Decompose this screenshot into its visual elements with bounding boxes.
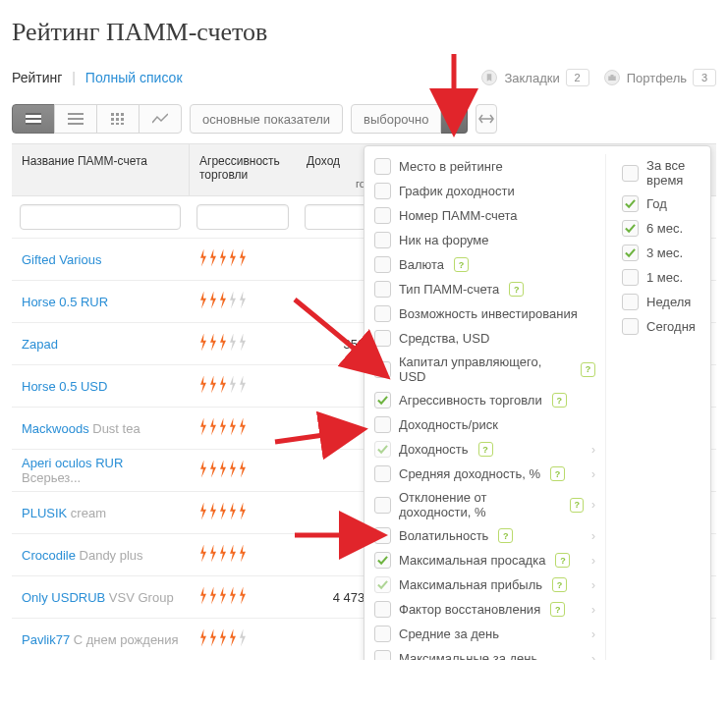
- view-list-button[interactable]: [54, 104, 97, 134]
- dropdown-item[interactable]: Доходность/риск: [364, 412, 605, 437]
- help-icon[interactable]: ?: [570, 498, 584, 513]
- account-link[interactable]: PLUSIK cream: [22, 506, 106, 520]
- help-icon[interactable]: ?: [552, 577, 567, 592]
- tab-full-list[interactable]: Полный список: [85, 70, 183, 85]
- bookmark-icon: [480, 69, 498, 86]
- tab-rating[interactable]: Рейтинг: [12, 70, 62, 85]
- dropdown-period-item[interactable]: 6 мес.: [612, 216, 710, 241]
- dropdown-item[interactable]: Доходность?›: [364, 437, 605, 462]
- dropdown-period-item[interactable]: Неделя: [612, 290, 710, 314]
- dropdown-item-label: Сегодня: [646, 319, 696, 334]
- dropdown-item[interactable]: График доходности: [364, 179, 605, 203]
- dropdown-period-item[interactable]: Год: [612, 191, 710, 216]
- checkbox[interactable]: [374, 232, 391, 248]
- dropdown-item-label: Агрессивность торговли: [399, 393, 542, 408]
- dropdown-item[interactable]: Средние за день›: [364, 622, 605, 646]
- dropdown-item[interactable]: Максимальная прибыль?›: [364, 572, 605, 597]
- dropdown-item[interactable]: Средняя доходность, %?›: [364, 462, 605, 486]
- checkbox[interactable]: [374, 183, 391, 199]
- dropdown-item[interactable]: Тип ПАММ-счета?: [364, 277, 605, 301]
- checkbox[interactable]: [622, 318, 639, 335]
- checkbox[interactable]: [374, 207, 391, 224]
- dropdown-item[interactable]: Номер ПАММ-счета: [364, 203, 605, 228]
- help-icon[interactable]: ?: [498, 528, 513, 543]
- checkbox[interactable]: [622, 165, 639, 182]
- briefcase-icon: [603, 69, 621, 86]
- checkbox[interactable]: [374, 576, 391, 593]
- filter-name-input[interactable]: [20, 204, 181, 230]
- account-link[interactable]: Gifted Various: [22, 252, 101, 267]
- help-icon[interactable]: ?: [478, 442, 493, 457]
- dropdown-item[interactable]: Средства, USD: [364, 326, 605, 351]
- account-link[interactable]: Aperi oculos RUR Всерьез...: [22, 456, 123, 485]
- checkbox[interactable]: [374, 552, 391, 569]
- help-icon[interactable]: ?: [550, 602, 565, 617]
- view-grid-button[interactable]: [96, 104, 140, 134]
- checkbox[interactable]: [374, 330, 391, 347]
- expand-columns-button[interactable]: [476, 104, 497, 134]
- filter-aggr-input[interactable]: [196, 204, 289, 230]
- bookmarks-button[interactable]: Закладки 2: [480, 69, 588, 86]
- dropdown-item[interactable]: Волатильность?›: [364, 523, 605, 548]
- checkbox[interactable]: [622, 195, 639, 212]
- checkbox[interactable]: [374, 361, 391, 378]
- checkbox[interactable]: [374, 527, 391, 544]
- dropdown-item[interactable]: Агрессивность торговли?: [364, 388, 605, 412]
- account-link[interactable]: Horse 0.5 RUR: [22, 295, 108, 309]
- help-icon[interactable]: ?: [555, 553, 570, 568]
- checkbox[interactable]: [622, 294, 639, 310]
- main-indicators-button[interactable]: основные показатели: [190, 104, 343, 134]
- checkbox[interactable]: [622, 269, 639, 286]
- dropdown-item[interactable]: Валюта?: [364, 252, 605, 277]
- checkbox[interactable]: [374, 650, 391, 660]
- dropdown-item[interactable]: Место в рейтинге: [364, 154, 605, 179]
- chevron-right-icon: ›: [591, 578, 595, 592]
- dropdown-period-item[interactable]: 3 мес.: [612, 241, 710, 265]
- account-link[interactable]: Mackwoods Dust tea: [22, 421, 140, 436]
- dropdown-item[interactable]: Отклонение от доходности, %?›: [364, 486, 605, 523]
- col-aggr[interactable]: Агрессивность торговли: [189, 144, 297, 195]
- col-name[interactable]: Название ПАММ-счета: [12, 144, 189, 195]
- dropdown-item-label: 1 мес.: [646, 270, 683, 285]
- svg-rect-9: [68, 118, 84, 120]
- checkbox[interactable]: [374, 305, 391, 322]
- help-icon[interactable]: ?: [509, 282, 524, 297]
- checkbox[interactable]: [374, 465, 391, 482]
- checkbox[interactable]: [374, 441, 391, 458]
- checkbox[interactable]: [622, 245, 639, 261]
- checkbox[interactable]: [374, 626, 391, 642]
- help-icon[interactable]: ?: [454, 257, 469, 272]
- account-link[interactable]: Only USDRUB VSV Group: [22, 590, 174, 605]
- dropdown-item[interactable]: Максимальная просадка?›: [364, 548, 605, 572]
- dropdown-period-item[interactable]: Сегодня: [612, 314, 710, 339]
- dropdown-period-column: За все времяГод6 мес.3 мес.1 мес.НеделяС…: [606, 154, 710, 660]
- selectively-button[interactable]: выборочно: [351, 104, 441, 134]
- account-link[interactable]: Crocodile Dandy plus: [22, 548, 143, 563]
- checkbox[interactable]: [374, 158, 391, 175]
- view-table-button[interactable]: [12, 104, 55, 134]
- account-link[interactable]: Zapad: [22, 337, 58, 352]
- dropdown-period-item[interactable]: За все время: [612, 154, 710, 191]
- checkbox[interactable]: [374, 497, 391, 514]
- checkbox[interactable]: [374, 392, 391, 408]
- account-link[interactable]: Pavlik77 С днем рождения: [22, 632, 179, 647]
- dropdown-item[interactable]: Капитал управляющего, USD?: [364, 351, 605, 388]
- dropdown-item[interactable]: Ник на форуме: [364, 228, 605, 252]
- checkbox[interactable]: [374, 416, 391, 433]
- bookmarks-label: Закладки: [504, 71, 559, 85]
- checkbox[interactable]: [622, 220, 639, 237]
- dropdown-period-item[interactable]: 1 мес.: [612, 265, 710, 290]
- portfolio-button[interactable]: Портфель 3: [603, 69, 716, 86]
- dropdown-item[interactable]: Фактор восстановления?›: [364, 597, 605, 622]
- account-link[interactable]: Horse 0.5 USD: [22, 379, 107, 394]
- checkbox[interactable]: [374, 601, 391, 618]
- help-icon[interactable]: ?: [581, 362, 595, 377]
- dropdown-item[interactable]: Максимальные за день›: [364, 646, 605, 660]
- help-icon[interactable]: ?: [552, 393, 567, 408]
- checkbox[interactable]: [374, 256, 391, 273]
- dropdown-item[interactable]: Возможность инвестирования: [364, 301, 605, 326]
- checkbox[interactable]: [374, 281, 391, 298]
- view-chart-button[interactable]: [139, 104, 182, 134]
- help-icon[interactable]: ?: [550, 466, 565, 481]
- selectively-caret-button[interactable]: [441, 104, 468, 134]
